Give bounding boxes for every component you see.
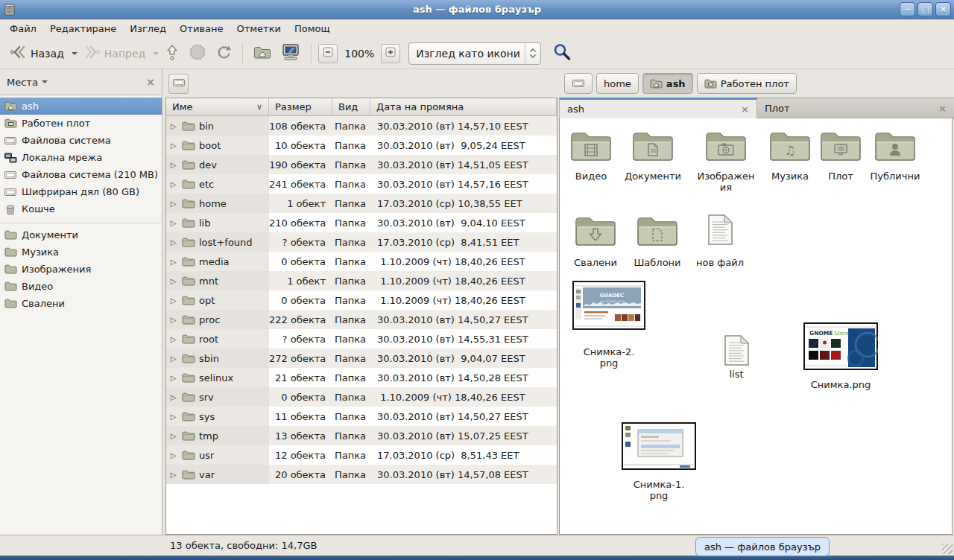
expander-icon[interactable]: ▷	[168, 141, 178, 150]
table-row[interactable]: ▷dev190 обектаПапка30.03.2010 (вт) 14,51…	[166, 155, 557, 174]
computer-button[interactable]	[277, 40, 304, 66]
back-button[interactable]: Назад	[6, 42, 68, 65]
expander-icon[interactable]: ▷	[168, 238, 178, 246]
tab-Плот[interactable]: Плот×	[757, 98, 954, 118]
close-button[interactable]: ×	[935, 2, 951, 16]
tab-ash[interactable]: ash×	[559, 98, 757, 118]
table-row[interactable]: ▷home1 обектПапка17.03.2010 (ср) 10,38,5…	[166, 194, 557, 213]
icon-item-templates[interactable]: Шаблони	[624, 214, 691, 268]
icon-item-snimka1[interactable]: Снимка-1.png	[618, 422, 700, 501]
table-row[interactable]: ▷var20 обектаПапка30.03.2010 (вт) 14,57,…	[166, 465, 557, 484]
expander-icon[interactable]: ▷	[168, 277, 178, 285]
sidebar-item[interactable]: ash	[0, 98, 162, 115]
zoom-out-button[interactable]	[318, 44, 338, 63]
path-button[interactable]: Работен плот	[697, 73, 797, 94]
table-row[interactable]: ▷selinux21 обектаПапка30.03.2010 (вт) 14…	[166, 368, 557, 387]
table-row[interactable]: ▷sys11 обектаПапка30.03.2010 (вт) 14,50,…	[166, 407, 557, 426]
table-row[interactable]: ▷root? обектаПапка30.03.2010 (вт) 14,55,…	[166, 329, 557, 349]
expander-icon[interactable]: ▷	[168, 471, 178, 479]
sidebar-item[interactable]: Работен плот	[0, 115, 162, 132]
back-history-chevron-icon[interactable]	[72, 52, 78, 55]
sidebar-item[interactable]: Изображения	[0, 261, 162, 278]
icon-item-documents[interactable]: Документи	[616, 129, 690, 182]
menu-item[interactable]: Изглед	[123, 21, 173, 36]
view-mode-select[interactable]: Изглед като икони	[408, 42, 541, 65]
stop-button[interactable]	[186, 41, 209, 66]
up-button[interactable]	[161, 41, 183, 66]
minimize-button[interactable]: −	[900, 2, 915, 16]
icon-item-pictures[interactable]: Изображения	[690, 129, 762, 193]
sidebar-title[interactable]: Места	[7, 77, 38, 88]
table-row[interactable]: ▷etc241 обектаПапка30.03.2010 (вт) 14,57…	[166, 174, 557, 194]
table-row[interactable]: ▷bin108 обектаПапка30.03.2010 (вт) 14,57…	[166, 116, 557, 136]
chevron-down-icon[interactable]	[42, 80, 48, 83]
sidebar-item[interactable]: Файлова система	[0, 132, 162, 149]
expander-icon[interactable]: ▷	[168, 296, 178, 305]
expander-icon[interactable]: ▷	[168, 393, 178, 401]
table-row[interactable]: ▷proc222 обектаПапка30.03.2010 (вт) 14,5…	[166, 310, 557, 329]
icon-item-snimka2[interactable]: GUADECJuly 24-30th, 2010Снимка-2.png	[568, 281, 650, 369]
resize-grip[interactable]	[942, 544, 953, 554]
icon-item-public[interactable]: Публични	[859, 129, 931, 182]
reload-button[interactable]	[212, 41, 236, 66]
expander-icon[interactable]: ▷	[168, 122, 178, 130]
menu-item[interactable]: Отиване	[173, 21, 230, 36]
sidebar-item[interactable]: Файлова система (210 MB)	[0, 166, 162, 183]
icon-item-list[interactable]: list	[707, 334, 766, 380]
search-button[interactable]	[551, 41, 574, 66]
column-header[interactable]: Име∨	[166, 98, 269, 116]
table-row[interactable]: ▷tmp13 обектаПапка30.03.2010 (вт) 15,07,…	[166, 426, 557, 445]
sidebar-item[interactable]: Кошче	[0, 200, 162, 217]
home-button[interactable]	[250, 42, 275, 65]
menu-item[interactable]: Файл	[3, 21, 43, 36]
title-bar[interactable]: ash — файлов браузър − □ ×	[0, 0, 954, 19]
sidebar-item[interactable]: Шифриран дял (80 GB)	[0, 183, 162, 200]
column-header[interactable]: Размер	[269, 98, 332, 116]
taskbar-window-button[interactable]: ash — файлов браузър	[695, 537, 830, 556]
menu-item[interactable]: Помощ	[288, 21, 337, 36]
expander-icon[interactable]: ▷	[168, 354, 178, 363]
forward-button[interactable]: Напред	[80, 42, 149, 65]
expander-icon[interactable]: ▷	[168, 451, 178, 459]
expander-icon[interactable]: ▷	[168, 200, 178, 208]
sidebar-item[interactable]: Документи	[0, 226, 162, 244]
expander-icon[interactable]: ▷	[168, 180, 178, 188]
column-header[interactable]: Дата на промяна	[370, 98, 557, 116]
sidebar-item[interactable]: Музика	[0, 244, 162, 261]
expander-icon[interactable]: ▷	[168, 161, 178, 169]
expander-icon[interactable]: ▷	[168, 316, 178, 324]
table-row[interactable]: ▷media0 обектаПапка 1.10.2009 (чт) 18,40…	[166, 252, 557, 271]
tab-close-icon[interactable]: ×	[741, 104, 749, 115]
expander-icon[interactable]: ▷	[168, 219, 178, 227]
table-row[interactable]: ▷boot10 обектаПапка30.03.2010 (вт) 9,05,…	[166, 136, 557, 155]
table-row[interactable]: ▷lost+found? обектаПапка17.03.2010 (ср) …	[166, 232, 557, 252]
expander-icon[interactable]: ▷	[168, 374, 178, 382]
table-row[interactable]: ▷srv0 обектаПапка 1.10.2009 (чт) 18,40,2…	[166, 387, 557, 407]
table-row[interactable]: ▷sbin272 обектаПапка30.03.2010 (вт) 9,04…	[166, 349, 557, 368]
menu-item[interactable]: Отметки	[230, 21, 287, 36]
table-row[interactable]: ▷mnt1 обектПапка 1.10.2009 (чт) 18,40,26…	[166, 271, 557, 290]
sidebar-item[interactable]: Видео	[0, 278, 162, 295]
icon-item-downloads[interactable]: Свалени	[562, 214, 629, 268]
table-row[interactable]: ▷lib210 обектаПапка30.03.2010 (вт) 9,04,…	[166, 213, 557, 232]
column-header[interactable]: Вид	[332, 98, 370, 116]
sidebar-item[interactable]: Свалени	[0, 295, 162, 312]
maximize-button[interactable]: □	[917, 2, 933, 16]
filesystem-root-button[interactable]	[168, 74, 189, 94]
table-row[interactable]: ▷usr12 обектаПапка17.03.2010 (ср) 8,51,4…	[166, 445, 557, 465]
path-button[interactable]: home	[596, 73, 639, 94]
sidebar-close-icon[interactable]: ×	[146, 76, 155, 88]
expander-icon[interactable]: ▷	[168, 258, 178, 266]
expander-icon[interactable]: ▷	[168, 335, 178, 343]
expander-icon[interactable]: ▷	[168, 413, 178, 421]
tab-close-icon[interactable]: ×	[938, 103, 947, 114]
menu-item[interactable]: Редактиране	[43, 21, 123, 36]
path-button[interactable]: ash	[642, 73, 693, 94]
expander-icon[interactable]: ▷	[168, 432, 178, 440]
icon-item-newfile[interactable]: нов файл	[686, 214, 754, 268]
icon-item-snimka[interactable]: GNOMEStoreСнимка.png	[797, 322, 884, 390]
zoom-in-button[interactable]	[381, 44, 400, 63]
forward-history-chevron-icon[interactable]	[153, 52, 159, 55]
icon-view[interactable]: ВидеоДокументиИзображения♫МузикаПлотПубл…	[559, 118, 953, 535]
table-row[interactable]: ▷opt0 обектаПапка 1.10.2009 (чт) 18,40,2…	[166, 290, 557, 310]
